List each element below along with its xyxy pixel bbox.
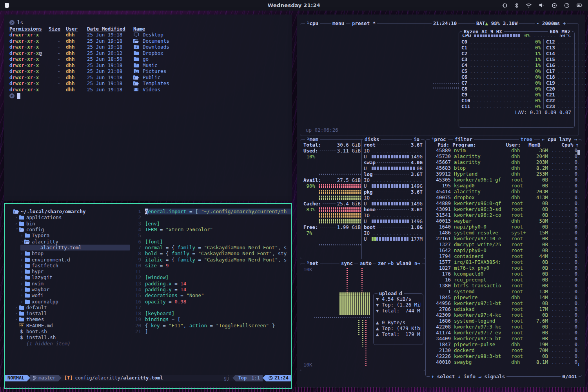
file-name[interactable]: Music [133, 62, 158, 68]
code-line[interactable]: 6[font] [134, 238, 291, 244]
screen-record-icon[interactable] [552, 3, 557, 8]
code-line[interactable]: 13padding.x = 14 [134, 281, 291, 287]
process-row[interactable]: 1847pipewire-pulsedhh19M.........0.0 [429, 341, 579, 347]
proc-tree-button[interactable]: tree [519, 136, 534, 142]
tree-item--1-hidden-item-[interactable]: (1 hidden item) [9, 341, 134, 347]
code-line[interactable]: 3[env] [134, 221, 291, 227]
process-row[interactable]: 45730alacrittydhh204M.........0.0 [429, 153, 579, 159]
file-name[interactable]: Videos [133, 87, 160, 93]
process-row[interactable]: 45889nvimdhh36M.........0.0 [429, 147, 579, 153]
chevron-right-icon[interactable]: › [20, 292, 24, 298]
proc-scrollbar-thumb[interactable] [577, 150, 580, 155]
battery-icon[interactable] [577, 3, 583, 8]
tree-item-install.sh[interactable]: $install.sh [9, 334, 134, 340]
chevron-right-icon[interactable]: › [20, 274, 24, 280]
wifi-icon[interactable] [526, 3, 532, 8]
process-row[interactable]: 39912Hyprlanddhh253M.........0.0 [429, 171, 579, 177]
tree-item-alacritty.toml[interactable]: [T]alacritty.toml [9, 245, 134, 250]
tree-item-alacritty[interactable]: ›alacritty [9, 238, 134, 244]
code-line[interactable]: 15decorations = "None" [134, 292, 291, 298]
process-row[interactable]: 195kswapd0root0B.........0.0 [429, 183, 579, 189]
process-row[interactable]: 176kcompactd0root0B.........0.0 [429, 271, 579, 277]
tree-item-waybar[interactable]: ›waybar [9, 287, 134, 292]
menu-button[interactable]: menu [331, 20, 346, 26]
process-row[interactable]: 2130dockerdroot70M.........0.0 [429, 347, 579, 353]
process-row[interactable]: 45667alacrittydhh203M.........0.0 [429, 159, 579, 165]
net-box-title[interactable]: ³net [305, 260, 320, 266]
code-editor[interactable]: 1general.import = [ "~/.config/omarchy/c… [134, 204, 291, 375]
tree-item-applications[interactable]: ›applications [9, 214, 134, 220]
process-row[interactable]: 42226kworker/u98:3-btroot0B.........0.0 [429, 353, 579, 359]
process-row[interactable]: 1486systemd-resolvesyst+15M.........0.0 [429, 230, 579, 236]
code-line[interactable]: 2 [134, 214, 291, 220]
net-auto-button[interactable]: auto [358, 260, 373, 266]
process-row[interactable]: 1686systemd-logindroot7.6M.........0.0 [429, 318, 579, 324]
process-row[interactable]: 43091kworker/u96:3-sdroot0B.........0.0 [429, 206, 579, 212]
chevron-right-icon[interactable]: › [15, 310, 19, 316]
scroll-down-indicator[interactable]: ↓ [577, 361, 580, 367]
process-row[interactable]: 45683btopdhh8.2M.........0.0 [429, 165, 579, 171]
chevron-right-icon[interactable]: › [20, 257, 24, 263]
code-line[interactable]: 18[keyboard] [134, 310, 291, 316]
process-row[interactable]: 1827mt76-tx phy0root0B.........0.0 [429, 265, 579, 271]
file-name[interactable]: Templates [133, 80, 169, 86]
code-line[interactable]: 7normal = { family = "CaskaydiaMono Nerd… [134, 245, 291, 250]
chevron-right-icon[interactable] [15, 328, 19, 334]
chevron-down-icon[interactable]: › [20, 240, 25, 243]
tree-item-btop[interactable]: ›btop [9, 250, 134, 256]
proc-filter-button[interactable]: filter [453, 136, 474, 142]
code-line[interactable]: 11 [134, 269, 291, 274]
chevron-right-icon[interactable]: › [15, 305, 19, 310]
process-row[interactable]: 1794containerdroot44M.........0.0 [429, 253, 579, 259]
process-row[interactable]: 34409kworker/u97:5-btroot0B.........0.0 [429, 336, 579, 341]
process-row[interactable]: 31541kworker/u96:2-coroot0B.........0.0 [429, 212, 579, 218]
terminal-window-ls[interactable]: > ls PermissionsSizeUserDate ModifiedNam… [4, 15, 292, 201]
file-tree-panel[interactable]: ~/.local/share/omarchy›applications›bin›… [5, 204, 134, 375]
tree-item-install[interactable]: ›install [9, 310, 134, 316]
code-line[interactable]: 9italic = { family = "CaskaydiaMono Nerd… [134, 256, 291, 262]
process-row[interactable]: 1327dmcrypt_write/25root0B.........0.0 [429, 241, 579, 247]
tree-item-bin[interactable]: ›bin [9, 221, 134, 227]
net-interface-switcher[interactable]: ←b wlan0 n→ [386, 260, 422, 266]
net-sync-button[interactable]: sync [339, 260, 354, 266]
tree-item-fastfetch[interactable]: ›fastfetch [9, 263, 134, 269]
file-name[interactable]: Downloads [133, 44, 169, 50]
process-row[interactable]: 1systemdroot13M.........0.0 [429, 289, 579, 294]
chevron-right-icon[interactable] [15, 323, 19, 328]
process-row[interactable]: 42208kworker/u97:3-kcroot0B.........0.0 [429, 324, 579, 330]
chevron-right-icon[interactable]: › [20, 232, 24, 238]
code-line[interactable]: 12[window] [134, 274, 291, 280]
chevron-right-icon[interactable]: › [20, 287, 24, 292]
updates-icon[interactable] [502, 3, 508, 8]
file-name[interactable]: Public [133, 74, 160, 80]
mem-box-title[interactable]: ²mem [305, 136, 320, 142]
code-line[interactable]: 17 [134, 305, 291, 310]
tree-item-hypr[interactable]: ›hypr [9, 269, 134, 274]
tree-item-wofi[interactable]: ›wofi [9, 292, 134, 298]
process-row[interactable]: 2786udisksdroot17M.........0.0 [429, 306, 579, 312]
gauge-icon[interactable] [564, 3, 570, 8]
code-line[interactable]: 1general.import = [ "~/.config/omarchy/c… [134, 209, 291, 214]
file-name[interactable]: Pictures [133, 68, 166, 74]
process-row[interactable]: 42309kworker/u97:4-kcroot0B.........0.0 [429, 312, 579, 318]
chevron-right-icon[interactable]: › [15, 221, 19, 227]
file-name[interactable]: go [133, 56, 149, 62]
process-row[interactable]: 1380btrfs-transactioroot0B.........0.0 [429, 283, 579, 289]
code-line[interactable]: 5 [134, 232, 291, 238]
tree-item-nvim[interactable]: ›nvim [9, 281, 134, 287]
chevron-right-icon[interactable]: › [20, 269, 24, 274]
process-row[interactable]: 40010swaybgdhh8.1M.........0.0 [429, 359, 579, 365]
process-row[interactable]: 1577irq/81-PIXA3854:root0B.........0.0 [429, 259, 579, 265]
tree-item-boot.sh[interactable]: $boot.sh [9, 328, 134, 334]
process-row[interactable]: 44956kworker/u97:1-btroot0B.........0.0 [429, 300, 579, 306]
process-row[interactable]: 1845pipewiredhh14M.........0.0 [429, 294, 579, 300]
tree-item-environment.d[interactable]: ›environment.d [9, 256, 134, 262]
tree-item-default[interactable]: ›default [9, 305, 134, 310]
chevron-right-icon[interactable]: › [15, 214, 19, 220]
code-line[interactable]: 14padding.y = 14 [134, 287, 291, 292]
bluetooth-icon[interactable] [515, 3, 519, 8]
process-row[interactable]: 40075dropboxdhh413M.........0.0 [429, 194, 579, 200]
process-row[interactable]: 40013waybardhh58M.........0.0 [429, 218, 579, 224]
tree-item-themes[interactable]: ›themes [9, 316, 134, 322]
chevron-right-icon[interactable]: › [20, 299, 24, 305]
